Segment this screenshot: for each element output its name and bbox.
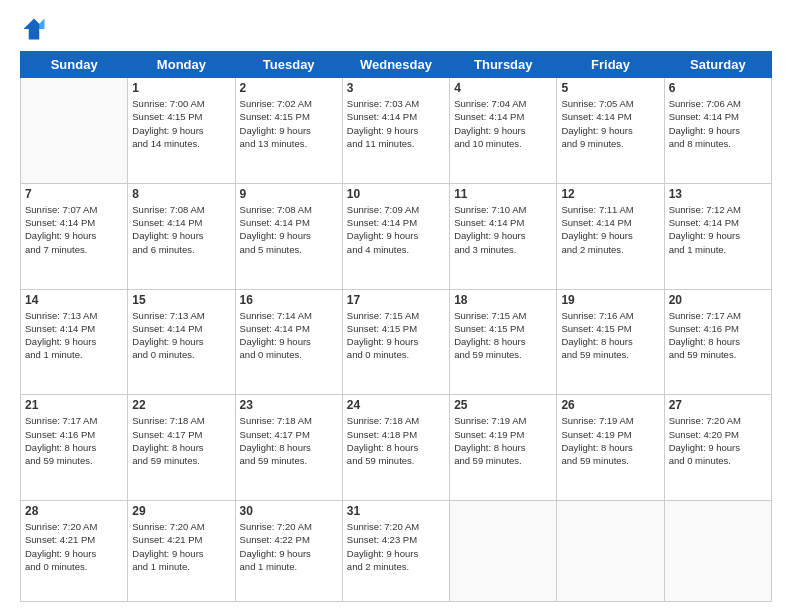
calendar-cell: 22Sunrise: 7:18 AMSunset: 4:17 PMDayligh…	[128, 395, 235, 501]
calendar-cell: 17Sunrise: 7:15 AMSunset: 4:15 PMDayligh…	[342, 289, 449, 395]
day-info: Sunrise: 7:03 AMSunset: 4:14 PMDaylight:…	[347, 97, 445, 150]
day-info: Sunrise: 7:16 AMSunset: 4:15 PMDaylight:…	[561, 309, 659, 362]
calendar-cell: 2Sunrise: 7:02 AMSunset: 4:15 PMDaylight…	[235, 78, 342, 184]
day-number: 29	[132, 504, 230, 518]
day-info: Sunrise: 7:17 AMSunset: 4:16 PMDaylight:…	[669, 309, 767, 362]
day-info: Sunrise: 7:20 AMSunset: 4:21 PMDaylight:…	[132, 520, 230, 573]
weekday-header: Tuesday	[235, 52, 342, 78]
day-number: 10	[347, 187, 445, 201]
day-info: Sunrise: 7:20 AMSunset: 4:20 PMDaylight:…	[669, 414, 767, 467]
day-info: Sunrise: 7:15 AMSunset: 4:15 PMDaylight:…	[347, 309, 445, 362]
day-info: Sunrise: 7:09 AMSunset: 4:14 PMDaylight:…	[347, 203, 445, 256]
calendar-cell: 31Sunrise: 7:20 AMSunset: 4:23 PMDayligh…	[342, 501, 449, 602]
day-number: 12	[561, 187, 659, 201]
day-number: 20	[669, 293, 767, 307]
day-info: Sunrise: 7:05 AMSunset: 4:14 PMDaylight:…	[561, 97, 659, 150]
day-number: 5	[561, 81, 659, 95]
day-number: 11	[454, 187, 552, 201]
calendar-cell: 3Sunrise: 7:03 AMSunset: 4:14 PMDaylight…	[342, 78, 449, 184]
calendar-cell: 1Sunrise: 7:00 AMSunset: 4:15 PMDaylight…	[128, 78, 235, 184]
day-number: 25	[454, 398, 552, 412]
calendar-table: SundayMondayTuesdayWednesdayThursdayFrid…	[20, 51, 772, 602]
calendar-cell: 12Sunrise: 7:11 AMSunset: 4:14 PMDayligh…	[557, 183, 664, 289]
calendar-cell: 28Sunrise: 7:20 AMSunset: 4:21 PMDayligh…	[21, 501, 128, 602]
day-number: 1	[132, 81, 230, 95]
calendar-cell: 24Sunrise: 7:18 AMSunset: 4:18 PMDayligh…	[342, 395, 449, 501]
day-info: Sunrise: 7:14 AMSunset: 4:14 PMDaylight:…	[240, 309, 338, 362]
day-info: Sunrise: 7:17 AMSunset: 4:16 PMDaylight:…	[25, 414, 123, 467]
day-info: Sunrise: 7:18 AMSunset: 4:17 PMDaylight:…	[240, 414, 338, 467]
day-info: Sunrise: 7:04 AMSunset: 4:14 PMDaylight:…	[454, 97, 552, 150]
calendar-cell	[557, 501, 664, 602]
logo	[20, 15, 52, 43]
day-info: Sunrise: 7:20 AMSunset: 4:23 PMDaylight:…	[347, 520, 445, 573]
day-info: Sunrise: 7:02 AMSunset: 4:15 PMDaylight:…	[240, 97, 338, 150]
calendar-cell: 10Sunrise: 7:09 AMSunset: 4:14 PMDayligh…	[342, 183, 449, 289]
calendar-cell: 27Sunrise: 7:20 AMSunset: 4:20 PMDayligh…	[664, 395, 771, 501]
day-number: 2	[240, 81, 338, 95]
calendar-cell: 5Sunrise: 7:05 AMSunset: 4:14 PMDaylight…	[557, 78, 664, 184]
calendar-cell: 8Sunrise: 7:08 AMSunset: 4:14 PMDaylight…	[128, 183, 235, 289]
day-number: 24	[347, 398, 445, 412]
weekday-header: Wednesday	[342, 52, 449, 78]
day-info: Sunrise: 7:08 AMSunset: 4:14 PMDaylight:…	[132, 203, 230, 256]
calendar-cell: 21Sunrise: 7:17 AMSunset: 4:16 PMDayligh…	[21, 395, 128, 501]
page: SundayMondayTuesdayWednesdayThursdayFrid…	[0, 0, 792, 612]
day-info: Sunrise: 7:18 AMSunset: 4:17 PMDaylight:…	[132, 414, 230, 467]
calendar-cell: 26Sunrise: 7:19 AMSunset: 4:19 PMDayligh…	[557, 395, 664, 501]
day-number: 9	[240, 187, 338, 201]
day-info: Sunrise: 7:11 AMSunset: 4:14 PMDaylight:…	[561, 203, 659, 256]
day-number: 27	[669, 398, 767, 412]
day-number: 30	[240, 504, 338, 518]
day-number: 16	[240, 293, 338, 307]
calendar-cell: 7Sunrise: 7:07 AMSunset: 4:14 PMDaylight…	[21, 183, 128, 289]
day-info: Sunrise: 7:08 AMSunset: 4:14 PMDaylight:…	[240, 203, 338, 256]
header	[20, 15, 772, 43]
calendar-cell: 25Sunrise: 7:19 AMSunset: 4:19 PMDayligh…	[450, 395, 557, 501]
calendar-cell: 19Sunrise: 7:16 AMSunset: 4:15 PMDayligh…	[557, 289, 664, 395]
calendar-cell: 20Sunrise: 7:17 AMSunset: 4:16 PMDayligh…	[664, 289, 771, 395]
calendar-cell: 18Sunrise: 7:15 AMSunset: 4:15 PMDayligh…	[450, 289, 557, 395]
day-number: 22	[132, 398, 230, 412]
day-info: Sunrise: 7:13 AMSunset: 4:14 PMDaylight:…	[25, 309, 123, 362]
weekday-header: Thursday	[450, 52, 557, 78]
day-info: Sunrise: 7:19 AMSunset: 4:19 PMDaylight:…	[561, 414, 659, 467]
day-info: Sunrise: 7:20 AMSunset: 4:21 PMDaylight:…	[25, 520, 123, 573]
calendar-cell: 30Sunrise: 7:20 AMSunset: 4:22 PMDayligh…	[235, 501, 342, 602]
day-info: Sunrise: 7:06 AMSunset: 4:14 PMDaylight:…	[669, 97, 767, 150]
calendar-cell	[664, 501, 771, 602]
calendar-cell: 4Sunrise: 7:04 AMSunset: 4:14 PMDaylight…	[450, 78, 557, 184]
calendar-cell: 14Sunrise: 7:13 AMSunset: 4:14 PMDayligh…	[21, 289, 128, 395]
day-number: 14	[25, 293, 123, 307]
day-info: Sunrise: 7:12 AMSunset: 4:14 PMDaylight:…	[669, 203, 767, 256]
day-info: Sunrise: 7:10 AMSunset: 4:14 PMDaylight:…	[454, 203, 552, 256]
calendar-cell: 11Sunrise: 7:10 AMSunset: 4:14 PMDayligh…	[450, 183, 557, 289]
day-info: Sunrise: 7:20 AMSunset: 4:22 PMDaylight:…	[240, 520, 338, 573]
day-number: 31	[347, 504, 445, 518]
day-info: Sunrise: 7:15 AMSunset: 4:15 PMDaylight:…	[454, 309, 552, 362]
weekday-header: Friday	[557, 52, 664, 78]
day-number: 26	[561, 398, 659, 412]
day-number: 28	[25, 504, 123, 518]
calendar-cell: 15Sunrise: 7:13 AMSunset: 4:14 PMDayligh…	[128, 289, 235, 395]
day-info: Sunrise: 7:00 AMSunset: 4:15 PMDaylight:…	[132, 97, 230, 150]
day-number: 23	[240, 398, 338, 412]
day-info: Sunrise: 7:13 AMSunset: 4:14 PMDaylight:…	[132, 309, 230, 362]
calendar-cell	[450, 501, 557, 602]
day-number: 17	[347, 293, 445, 307]
calendar-cell: 29Sunrise: 7:20 AMSunset: 4:21 PMDayligh…	[128, 501, 235, 602]
day-number: 21	[25, 398, 123, 412]
day-number: 4	[454, 81, 552, 95]
calendar-cell: 13Sunrise: 7:12 AMSunset: 4:14 PMDayligh…	[664, 183, 771, 289]
logo-icon	[20, 15, 48, 43]
weekday-header: Monday	[128, 52, 235, 78]
day-number: 8	[132, 187, 230, 201]
calendar-cell: 9Sunrise: 7:08 AMSunset: 4:14 PMDaylight…	[235, 183, 342, 289]
calendar-cell: 6Sunrise: 7:06 AMSunset: 4:14 PMDaylight…	[664, 78, 771, 184]
day-number: 6	[669, 81, 767, 95]
day-number: 15	[132, 293, 230, 307]
day-number: 13	[669, 187, 767, 201]
weekday-header: Saturday	[664, 52, 771, 78]
day-number: 7	[25, 187, 123, 201]
day-info: Sunrise: 7:07 AMSunset: 4:14 PMDaylight:…	[25, 203, 123, 256]
